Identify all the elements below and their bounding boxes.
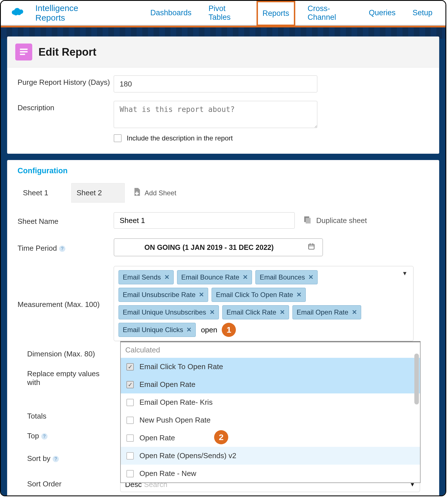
chip-remove-icon[interactable]: ✕ bbox=[210, 309, 215, 316]
chip-remove-icon[interactable]: ✕ bbox=[352, 309, 357, 316]
sortby-label: Sort by? bbox=[27, 454, 59, 463]
svg-rect-6 bbox=[306, 218, 311, 223]
callout-1: 1 bbox=[222, 323, 236, 337]
chip-email-cto-rate[interactable]: Email Click To Open Rate✕ bbox=[212, 288, 306, 302]
checkbox-icon[interactable] bbox=[126, 417, 134, 424]
nav-dashboards[interactable]: Dashboards bbox=[146, 2, 196, 24]
svg-rect-1 bbox=[20, 51, 28, 53]
description-textarea[interactable] bbox=[114, 101, 317, 128]
description-label: Description bbox=[18, 101, 111, 113]
chip-email-sends[interactable]: Email Sends✕ bbox=[119, 270, 174, 284]
add-sheet-button[interactable]: Add Sheet bbox=[133, 188, 176, 198]
checkbox-icon[interactable] bbox=[126, 434, 134, 442]
main-nav: Dashboards Pivot Tables Reports Cross-Ch… bbox=[146, 0, 437, 29]
time-period-button[interactable]: ON GOING (1 JAN 2019 - 31 DEC 2022) bbox=[114, 238, 323, 256]
measurement-multiselect[interactable]: ▼ Email Sends✕ Email Bounce Rate✕ Email … bbox=[114, 266, 413, 341]
time-period-value: ON GOING (1 JAN 2019 - 31 DEC 2022) bbox=[122, 243, 296, 252]
svg-rect-2 bbox=[20, 54, 25, 55]
svg-rect-10 bbox=[312, 243, 313, 245]
sortorder-label: Sort Order bbox=[27, 480, 61, 488]
sheet-tab-2[interactable]: Sheet 2 bbox=[71, 183, 125, 203]
dd-item-email-open-rate[interactable]: Email Open Rate bbox=[121, 376, 420, 393]
dd-item-email-open-rate-kris[interactable]: Email Open Rate- Kris bbox=[121, 393, 420, 411]
include-description-checkbox[interactable] bbox=[114, 134, 122, 142]
add-sheet-icon bbox=[133, 188, 141, 198]
svg-rect-0 bbox=[20, 49, 28, 50]
help-icon[interactable]: ? bbox=[53, 456, 59, 462]
chip-remove-icon[interactable]: ✕ bbox=[280, 309, 285, 316]
nav-setup[interactable]: Setup bbox=[408, 2, 437, 24]
chip-email-open-rate[interactable]: Email Open Rate✕ bbox=[292, 305, 361, 319]
chip-remove-icon[interactable]: ✕ bbox=[296, 291, 301, 298]
chip-email-bounce-rate[interactable]: Email Bounce Rate✕ bbox=[177, 270, 252, 284]
time-period-label: Time Period? bbox=[18, 241, 111, 253]
purge-label: Purge Report History (Days) bbox=[18, 75, 111, 87]
sheet-name-input[interactable] bbox=[114, 212, 295, 229]
calendar-icon bbox=[308, 243, 315, 252]
replace-empty-label: Replace empty valueswith bbox=[27, 369, 100, 387]
totals-label: Totals bbox=[27, 412, 46, 421]
brand-title: Intelligence Reports bbox=[35, 3, 107, 23]
add-sheet-label: Add Sheet bbox=[145, 189, 176, 197]
help-icon[interactable]: ? bbox=[41, 433, 48, 439]
dd-item-email-cto[interactable]: Email Click To Open Rate bbox=[121, 358, 420, 376]
checkbox-checked-icon[interactable] bbox=[126, 381, 134, 388]
checkbox-icon[interactable] bbox=[126, 399, 134, 406]
sheet-name-label: Sheet Name bbox=[18, 215, 111, 226]
duplicate-sheet-button[interactable]: Duplicate sheet bbox=[303, 215, 367, 226]
top-label: Top? bbox=[27, 432, 48, 440]
configuration-title: Configuration bbox=[7, 160, 439, 183]
duplicate-sheet-label: Duplicate sheet bbox=[316, 216, 367, 225]
scrollbar-thumb[interactable] bbox=[414, 354, 419, 404]
chip-email-unique-unsubs[interactable]: Email Unique Unsubscribes✕ bbox=[119, 305, 219, 319]
checkbox-checked-icon[interactable] bbox=[126, 363, 134, 371]
include-description-label: Include the description in the report bbox=[127, 134, 233, 142]
help-icon[interactable]: ? bbox=[59, 246, 65, 252]
callout-2: 2 bbox=[214, 430, 228, 444]
chip-remove-icon[interactable]: ✕ bbox=[243, 274, 248, 281]
checkbox-icon[interactable] bbox=[126, 452, 134, 460]
report-icon bbox=[15, 44, 32, 60]
nav-queries[interactable]: Queries bbox=[364, 2, 400, 24]
edit-report-panel: Edit Report Purge Report History (Days) … bbox=[7, 36, 439, 154]
measurement-dropdown[interactable]: Calculated Email Click To Open Rate Emai… bbox=[120, 341, 421, 483]
chip-email-bounces[interactable]: Email Bounces✕ bbox=[255, 270, 318, 284]
measurement-search-text[interactable]: open bbox=[201, 326, 217, 334]
purge-input[interactable] bbox=[114, 75, 317, 92]
nav-cross-channel[interactable]: Cross-Channel bbox=[303, 0, 356, 29]
svg-rect-7 bbox=[309, 244, 314, 249]
chip-remove-icon[interactable]: ✕ bbox=[199, 291, 204, 298]
panel-title: Edit Report bbox=[38, 46, 96, 58]
dd-item-open-rate-new[interactable]: Open Rate - New bbox=[121, 465, 420, 482]
configuration-panel: Configuration Sheet 1 Sheet 2 Add Sheet … bbox=[7, 160, 439, 496]
duplicate-icon bbox=[303, 215, 312, 226]
checkbox-icon[interactable] bbox=[126, 470, 134, 477]
dimension-label: Dimension (Max. 80) bbox=[27, 350, 95, 358]
nav-pivot-tables[interactable]: Pivot Tables bbox=[204, 0, 249, 29]
svg-rect-4 bbox=[135, 193, 139, 194]
measurement-label: Measurement (Max. 100) bbox=[18, 298, 111, 309]
chip-remove-icon[interactable]: ✕ bbox=[164, 274, 169, 281]
chip-email-click-rate[interactable]: Email Click Rate✕ bbox=[222, 305, 289, 319]
svg-rect-9 bbox=[310, 243, 311, 245]
dd-item-open-rate[interactable]: Open Rate 2 bbox=[121, 429, 420, 447]
chip-remove-icon[interactable]: ✕ bbox=[186, 326, 191, 334]
sheet-tab-1[interactable]: Sheet 1 bbox=[18, 183, 71, 203]
salesforce-cloud-icon bbox=[9, 7, 25, 20]
nav-reports[interactable]: Reports bbox=[257, 1, 295, 26]
dd-item-open-rate-v2[interactable]: Open Rate (Opens/Sends) v2 bbox=[121, 447, 420, 465]
top-navbar: Intelligence Reports Dashboards Pivot Ta… bbox=[1, 1, 445, 26]
chip-email-unique-clicks[interactable]: Email Unique Clicks✕ bbox=[119, 323, 196, 337]
dd-item-new-push-open-rate[interactable]: New Push Open Rate bbox=[121, 411, 420, 429]
dropdown-group-header: Calculated bbox=[121, 342, 420, 358]
chip-remove-icon[interactable]: ✕ bbox=[308, 274, 313, 281]
chevron-down-icon[interactable]: ▼ bbox=[402, 270, 408, 277]
chip-email-unsub-rate[interactable]: Email Unsubscribe Rate✕ bbox=[119, 288, 208, 302]
